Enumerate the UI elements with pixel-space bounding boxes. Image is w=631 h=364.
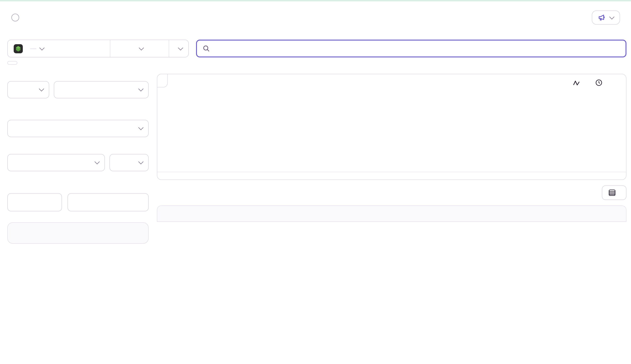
project-count-badge xyxy=(30,48,37,49)
sort-field-select[interactable] xyxy=(7,154,105,171)
suggested-queries-card xyxy=(7,222,149,244)
environment-selector[interactable] xyxy=(110,40,169,57)
group-by-select[interactable] xyxy=(7,120,149,137)
filter-bar xyxy=(7,40,626,58)
table-icon xyxy=(609,190,615,196)
project-selector[interactable] xyxy=(8,40,110,57)
chevron-down-icon xyxy=(138,86,144,92)
span-samples-table xyxy=(157,206,626,222)
edit-table-button[interactable] xyxy=(602,186,626,200)
traces-page xyxy=(0,0,631,364)
megaphone-icon xyxy=(598,14,606,21)
see-full-list-button[interactable] xyxy=(7,61,17,65)
chart-panel xyxy=(157,74,626,180)
page-filter-bar xyxy=(7,40,189,58)
chevron-down-icon xyxy=(138,159,144,164)
sort-direction-select[interactable] xyxy=(109,154,149,171)
aggregate-select[interactable] xyxy=(7,81,49,98)
compare-queries-button[interactable] xyxy=(68,193,149,212)
main-panel xyxy=(157,74,626,222)
clock-icon xyxy=(595,79,602,86)
save-as-button[interactable] xyxy=(7,193,62,212)
nodejs-project-icon xyxy=(14,44,23,53)
chevron-down-icon xyxy=(39,86,44,92)
whats-new-button[interactable] xyxy=(592,10,620,24)
help-icon[interactable] xyxy=(12,14,19,22)
content xyxy=(7,74,626,244)
search-bar xyxy=(196,40,626,58)
chart-svg xyxy=(157,87,626,172)
chevron-down-icon xyxy=(40,45,45,50)
line-chart-icon xyxy=(573,80,580,86)
search-icon xyxy=(203,45,210,52)
filter-chips xyxy=(7,61,626,65)
chevron-down-icon xyxy=(609,14,614,19)
results-bar xyxy=(157,186,626,200)
query-sidebar xyxy=(7,74,149,244)
interval-selector[interactable] xyxy=(595,79,606,86)
collapse-sidebar-icon[interactable] xyxy=(157,74,168,88)
chevron-down-icon xyxy=(138,125,144,130)
chevron-down-icon xyxy=(139,45,144,50)
search-input[interactable] xyxy=(215,44,619,52)
page-header xyxy=(0,1,631,24)
field-select[interactable] xyxy=(54,81,149,98)
table-header-row xyxy=(157,206,626,222)
chevron-down-icon xyxy=(178,45,183,50)
chart-type-selector[interactable] xyxy=(573,80,583,86)
date-range-selector[interactable] xyxy=(169,40,188,57)
chart-footer xyxy=(157,172,626,180)
chevron-down-icon xyxy=(95,159,100,164)
